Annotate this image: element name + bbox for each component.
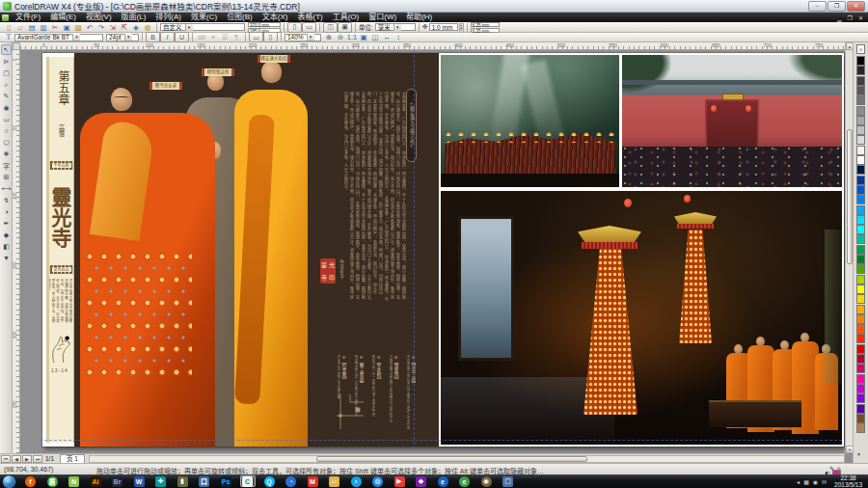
color-swatch[interactable] xyxy=(856,255,865,264)
taskbar-app-notepad[interactable]: N xyxy=(67,475,82,487)
font-size-combo[interactable]: 24pt▾ xyxy=(106,34,139,41)
color-swatch[interactable] xyxy=(856,215,865,225)
taskbar-app-word[interactable]: W xyxy=(131,475,147,487)
fill-tool[interactable]: ◧ xyxy=(1,241,12,252)
zoom-tool[interactable]: ⌕ xyxy=(1,79,12,90)
taskbar-app-illustrator[interactable]: Ai xyxy=(88,475,103,487)
color-swatch[interactable] xyxy=(856,314,865,324)
title-bar[interactable]: CorelDRAW X4 (专业版) - [G:\CD画册原森林独卖\CDR案例… xyxy=(0,0,868,13)
import-icon[interactable]: ⇲ xyxy=(107,22,119,32)
zoom-icon-4[interactable]: ◫ xyxy=(369,33,381,42)
vertical-text-button[interactable]: ▯ xyxy=(263,32,278,42)
taskbar-app-photoshop[interactable]: Ps xyxy=(218,475,233,487)
taskbar-app-globe[interactable]: ◍ xyxy=(370,475,386,487)
taskbar-app-coreldraw[interactable]: C xyxy=(240,475,256,487)
zoom-level-combo[interactable]: 140%▾ xyxy=(285,34,321,41)
palette-scroll-down[interactable]: ▼ xyxy=(856,451,861,457)
zoom-icon-3[interactable]: ▣ xyxy=(358,33,369,42)
page-width-field[interactable]: 370.0 mm xyxy=(248,22,281,27)
color-swatch[interactable] xyxy=(856,294,865,304)
paste-icon[interactable]: ▨ xyxy=(72,22,84,32)
rectangle-tool[interactable]: ▭ xyxy=(1,114,12,124)
taskbar-app-360-safe[interactable]: 盾 xyxy=(44,475,60,487)
crop-tool[interactable]: ▢ xyxy=(1,68,12,78)
monk-name-tag[interactable]: 释宏满大和尚 xyxy=(258,55,290,63)
menu-tools[interactable]: 工具(O) xyxy=(328,13,365,22)
save-icon[interactable]: ▤ xyxy=(26,22,38,32)
page-spread[interactable]: 第五章 高僧 千年古刹 靈光寺 灵光名山 灵光寺坐落于梅州市梅县区雁洋镇阴那山麓… xyxy=(42,53,844,447)
color-swatch[interactable] xyxy=(856,205,865,215)
taskbar-app-folder-dark[interactable]: ▮ xyxy=(175,475,190,487)
redo-icon[interactable]: ↷ xyxy=(95,22,107,32)
zoom-icon-5[interactable]: ↔ xyxy=(381,33,393,42)
vertical-scrollbar[interactable]: ▲ ▼ xyxy=(845,42,853,453)
taskbar-app-firefox[interactable]: f xyxy=(23,475,39,487)
taskbar-app-picasa[interactable]: ◉ xyxy=(478,475,494,487)
left-page[interactable]: 释今光长老释明慧法师释宏满大和尚 ❖ 释宏满大法师小传 ❖ 大师俗姓李，广东梅县… xyxy=(74,53,439,447)
zoom-icon-2[interactable]: 1:1 xyxy=(346,33,358,42)
taskbar-app-compass-browser[interactable]: ◔ xyxy=(284,475,299,487)
biography-title-cartouche[interactable]: ❖ 释宏满大法师小传 ❖ xyxy=(406,89,417,162)
color-swatch[interactable] xyxy=(856,76,865,86)
portrait-button[interactable]: ▯ xyxy=(287,22,302,33)
new-icon[interactable]: ▯ xyxy=(3,22,14,32)
color-swatch[interactable] xyxy=(856,56,865,66)
menu-text[interactable]: 文本(X) xyxy=(258,13,293,22)
paragraph-icon-3[interactable]: ¶ xyxy=(231,33,242,42)
text-tool[interactable]: 字 xyxy=(1,160,12,171)
duplicate-y-field[interactable]: 6.35 mm xyxy=(471,28,500,33)
page-tab[interactable]: 页 1 xyxy=(60,454,85,463)
tray-icon-3[interactable]: ✉ xyxy=(822,479,827,485)
color-swatch[interactable] xyxy=(856,305,865,314)
red-seal-stamp[interactable]: 靈光寺印 xyxy=(320,258,336,284)
color-swatch[interactable] xyxy=(856,334,865,343)
color-swatch[interactable] xyxy=(856,354,865,364)
taskbar-app-app-blue[interactable]: 口 xyxy=(197,475,212,487)
start-button[interactable] xyxy=(2,474,16,488)
page-nav-arrow-3[interactable]: ⏭ xyxy=(33,455,42,463)
menu-view[interactable]: 视图(V) xyxy=(81,13,117,22)
horizontal-scrollbar[interactable] xyxy=(89,455,845,463)
menu-edit[interactable]: 编辑(E) xyxy=(45,13,81,22)
doc-close-button[interactable]: ✕ xyxy=(855,14,866,21)
blend-tool[interactable]: ◑ xyxy=(1,206,12,217)
horizontal-ruler[interactable]: 0501001502002503003504004505005506006507… xyxy=(20,42,845,50)
tray-icon-2[interactable]: ◉ xyxy=(813,479,818,485)
incense-photo[interactable] xyxy=(441,55,619,187)
color-swatch[interactable] xyxy=(856,225,865,234)
print-icon[interactable]: ▥ xyxy=(38,22,49,32)
table-tool[interactable]: ⊞ xyxy=(1,172,12,182)
color-swatch[interactable] xyxy=(856,324,865,334)
color-swatch[interactable] xyxy=(856,66,865,75)
export-icon[interactable]: ⇱ xyxy=(119,22,130,32)
current-page-button[interactable]: ▣ xyxy=(338,22,352,33)
app-launcher-icon[interactable]: ◈ xyxy=(130,22,142,32)
connector-tool[interactable]: ↯ xyxy=(1,195,12,205)
basic-shapes-tool[interactable]: ❖ xyxy=(1,149,12,159)
color-swatch[interactable] xyxy=(856,393,865,403)
taskbar-app-browser-green[interactable]: e xyxy=(457,475,473,487)
welcome-icon[interactable]: ◍ xyxy=(142,22,153,32)
temple-gate-photo[interactable] xyxy=(622,55,842,187)
menu-table[interactable]: 表格(T) xyxy=(292,13,327,22)
menu-window[interactable]: 窗口(W) xyxy=(364,13,401,22)
cut-icon[interactable]: ✂ xyxy=(49,22,61,32)
taskbar-app-teal-tool[interactable]: ✚ xyxy=(153,475,169,487)
monk-name-tag[interactable]: 释今光长老 xyxy=(149,82,182,90)
color-swatch[interactable] xyxy=(856,364,865,373)
color-swatch[interactable] xyxy=(856,245,865,255)
vertical-ruler[interactable]: 050100150200250 xyxy=(13,50,20,453)
ellipse-tool[interactable]: ○ xyxy=(1,125,12,136)
color-swatch[interactable] xyxy=(856,155,865,165)
font-name-combo[interactable]: AvantGarde Bk BT▾ xyxy=(14,34,103,41)
page-nav-arrow-1[interactable]: ◀ xyxy=(12,455,21,463)
tray-icon-0[interactable]: ◂ xyxy=(797,479,800,485)
color-swatch[interactable] xyxy=(856,285,865,294)
color-swatch[interactable] xyxy=(856,95,865,105)
color-swatch[interactable] xyxy=(856,384,865,393)
paper-preset-combo[interactable]: 自定义▾ xyxy=(160,23,245,31)
minimize-button[interactable]: – xyxy=(808,1,827,12)
shape-tool[interactable]: ⊳ xyxy=(1,56,12,67)
zoom-icon-1[interactable]: ⊖ xyxy=(335,33,346,42)
smart-fill-tool[interactable]: ◉ xyxy=(1,102,12,113)
